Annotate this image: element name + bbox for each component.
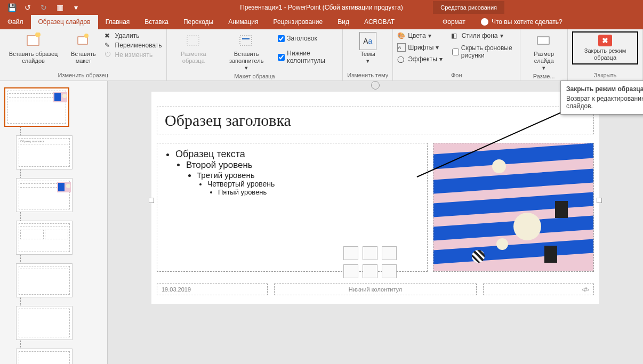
insert-placeholder-button[interactable]: Вставить заполнитель ▾ [219, 31, 274, 73]
thumbnail-layout-3[interactable] [16, 221, 73, 255]
tab-acrobat[interactable]: ACROBAT [357, 15, 402, 29]
tab-review[interactable]: Рецензирование [266, 15, 331, 29]
thumbnail-layout-6[interactable] [16, 349, 73, 364]
slide-size-button[interactable]: Размер слайда▾ [525, 31, 563, 73]
online-picture-icon[interactable] [363, 264, 377, 278]
tab-insert[interactable]: Вставка [137, 15, 176, 29]
fonts-button[interactable]: AШрифты ▾ [397, 43, 439, 52]
delete-icon: ✖ [105, 31, 113, 40]
thumbnail-layout-2[interactable] [16, 178, 73, 212]
rotate-handle-icon[interactable] [371, 81, 380, 90]
group-edit-theme: Aa Темы ▾ Изменить тему [343, 29, 393, 80]
slide-number-placeholder[interactable]: ‹#› [483, 284, 594, 295]
redo-icon[interactable]: ↻ [39, 3, 48, 12]
date-placeholder[interactable]: 19.03.2019 [157, 284, 268, 295]
svg-rect-6 [242, 38, 250, 39]
insert-layout-button[interactable]: Вставить макет [66, 31, 101, 66]
ribbon: Вставить образец слайдов Вставить макет … [0, 29, 643, 81]
insert-layout-icon [75, 33, 92, 50]
thumbnail-layout-5[interactable] [16, 306, 73, 340]
svg-rect-4 [187, 36, 199, 45]
svg-rect-7 [537, 37, 549, 44]
colors-icon: 🎨 [397, 31, 406, 40]
insert-slide-master-icon [25, 33, 42, 50]
workspace: Образец заголовка Образец заголовка [0, 81, 643, 364]
start-from-beginning-icon[interactable]: ▥ [55, 3, 64, 12]
background-styles-button[interactable]: ◧Стили фона ▾ [451, 31, 503, 40]
title-checkbox[interactable]: Заголовок [277, 34, 338, 43]
tab-format[interactable]: Формат [435, 15, 473, 29]
tab-view[interactable]: Вид [330, 15, 357, 29]
smartart-icon[interactable] [382, 246, 397, 260]
tab-animations[interactable]: Анимация [221, 15, 266, 29]
tab-file[interactable]: Файл [0, 15, 31, 29]
content-placeholder-icons [343, 246, 397, 278]
master-layout-icon [185, 33, 202, 50]
preserve-button[interactable]: 🛡Не изменять [105, 51, 153, 59]
video-icon[interactable] [382, 264, 397, 278]
group-background: 🎨Цвета ▾ AШрифты ▾ ◯Эффекты ▾ ◧Стили фон… [393, 29, 520, 80]
qat-dropdown-icon[interactable]: ▾ [71, 3, 80, 12]
thumbnail-master[interactable] [4, 87, 69, 127]
tab-home[interactable]: Главная [98, 15, 138, 29]
title-placeholder[interactable]: Образец заголовка [157, 107, 594, 134]
picture-placeholder[interactable] [433, 143, 594, 272]
resize-handle[interactable] [149, 198, 154, 203]
close-master-view-button[interactable]: ✖ Закрыть режим образца [572, 31, 638, 64]
effects-button[interactable]: ◯Эффекты ▾ [397, 55, 443, 63]
insert-slide-master-button[interactable]: Вставить образец слайдов [4, 31, 62, 66]
table-icon[interactable] [343, 246, 358, 260]
picture-icon[interactable] [343, 264, 358, 278]
sample-image [433, 143, 593, 271]
group-edit-master: Вставить образец слайдов Вставить макет … [0, 29, 167, 80]
close-icon: ✖ [598, 35, 612, 46]
themes-button[interactable]: Aa Темы ▾ [357, 31, 379, 66]
svg-point-3 [84, 34, 89, 38]
master-layout-button[interactable]: Разметка образца [171, 31, 216, 66]
background-styles-icon: ◧ [451, 31, 460, 40]
thumbnail-layout-1[interactable]: Образец заголовка [16, 135, 73, 169]
slide-canvas[interactable]: Образец заголовка Образец текста Второй … [108, 81, 643, 364]
contextual-tab-label: Средства рисования [433, 1, 504, 14]
insert-placeholder-icon [238, 33, 255, 50]
svg-rect-5 [240, 36, 252, 45]
rename-icon: ✎ [105, 41, 113, 50]
hide-background-checkbox[interactable]: Скрыть фоновые рисунки [451, 43, 516, 60]
colors-button[interactable]: 🎨Цвета ▾ [397, 31, 431, 40]
tell-me-label: Что вы хотите сделать? [492, 18, 562, 26]
tab-slide-master[interactable]: Образец слайдов [31, 15, 98, 29]
themes-icon: Aa [359, 33, 376, 50]
group-master-layout: Разметка образца Вставить заполнитель ▾ … [167, 29, 343, 80]
window-title: Презентация1 - PowerPoint (Сбой активаци… [240, 4, 403, 11]
title-bar: 💾 ↺ ↻ ▥ ▾ Презентация1 - PowerPoint (Сбо… [0, 0, 643, 15]
fonts-icon: A [397, 43, 406, 52]
ribbon-tabs: Файл Образец слайдов Главная Вставка Пер… [0, 15, 643, 29]
thumbnail-layout-4[interactable] [16, 263, 73, 297]
footer-placeholder[interactable]: Нижний колонтитул [274, 284, 477, 295]
chart-icon[interactable] [363, 246, 377, 260]
group-size: Размер слайда▾ Разме... [520, 29, 568, 80]
text-placeholder[interactable]: Образец текста Второй уровень Третий уро… [157, 143, 428, 272]
group-close: ✖ Закрыть режим образца Закрыть Закрыть … [568, 29, 643, 80]
bulb-icon [481, 18, 488, 26]
svg-rect-2 [78, 37, 87, 44]
save-icon[interactable]: 💾 [7, 3, 16, 12]
tell-me-search[interactable]: Что вы хотите сделать? [481, 18, 562, 26]
footers-checkbox[interactable]: Нижние колонтитулы [277, 48, 338, 66]
resize-handle[interactable] [597, 198, 602, 203]
tooltip-close-master: Закрыть режим образца Возврат к редактир… [560, 80, 643, 115]
undo-icon[interactable]: ↺ [23, 3, 32, 12]
effects-icon: ◯ [397, 55, 406, 63]
rename-button[interactable]: ✎Переименовать [105, 41, 162, 50]
tab-transitions[interactable]: Переходы [176, 15, 221, 29]
slide-size-icon [535, 33, 552, 50]
thumbnail-panel[interactable]: Образец заголовка [0, 81, 108, 364]
slide-master: Образец заголовка Образец текста Второй … [151, 92, 599, 304]
preserve-icon: 🛡 [105, 51, 113, 59]
delete-button[interactable]: ✖Удалить [105, 31, 140, 40]
